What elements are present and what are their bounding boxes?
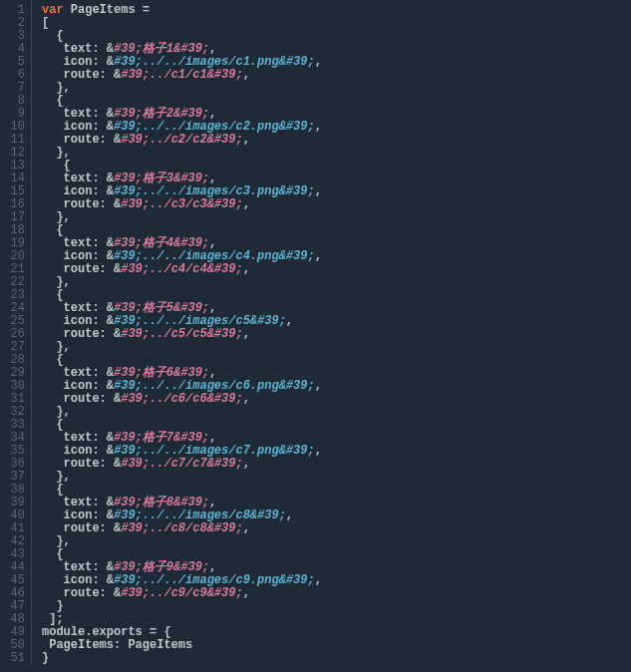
code-token: , xyxy=(209,171,216,185)
code-token: , xyxy=(209,431,216,445)
code-token: route: & xyxy=(42,262,121,276)
code-token: } xyxy=(42,599,64,613)
code-token: #39;../../images/c3.png&#39; xyxy=(114,184,315,198)
code-token: text: & xyxy=(42,431,114,445)
code-token: icon: & xyxy=(42,314,114,328)
code-token: }, xyxy=(42,534,71,548)
code-token: #39;格子6&#39; xyxy=(114,366,209,380)
code-token: , xyxy=(209,301,216,315)
code-editor[interactable]: 1234567891011121314151617181920212223242… xyxy=(0,0,631,665)
code-token: #39;../../images/c7.png&#39; xyxy=(114,444,315,458)
code-token: , xyxy=(243,457,250,471)
code-token: }, xyxy=(42,81,71,95)
code-token: , xyxy=(315,573,322,587)
code-line[interactable]: route: &#39;../c3/c3&#39;, xyxy=(42,198,322,211)
line-number: 51 xyxy=(0,652,25,665)
code-token: #39;../c1/c1&#39; xyxy=(121,68,242,82)
code-line[interactable]: route: &#39;../c7/c7&#39;, xyxy=(42,458,322,471)
code-token: module.exports = { xyxy=(42,625,171,639)
code-token: route: & xyxy=(42,392,121,406)
code-token: , xyxy=(243,262,250,276)
code-line[interactable]: var PageItems = xyxy=(42,4,322,17)
code-token: #39;../c9/c9&#39; xyxy=(121,586,242,600)
code-token: #39;格子9&#39; xyxy=(114,560,209,574)
code-token: }, xyxy=(42,340,71,354)
code-line[interactable]: }, xyxy=(42,341,322,354)
code-line[interactable]: route: &#39;../c5/c5&#39;, xyxy=(42,328,322,341)
code-token: , xyxy=(315,120,322,134)
code-token: }, xyxy=(42,146,71,160)
line-number-gutter: 1234567891011121314151617181920212223242… xyxy=(0,0,32,665)
code-token: #39;../c8/c8&#39; xyxy=(121,521,242,535)
code-content[interactable]: var PageItems =[ { text: &#39;格子1&#39;, … xyxy=(32,0,322,665)
code-token: }, xyxy=(42,405,71,419)
code-line[interactable]: PageItems: PageItems xyxy=(42,639,322,652)
code-token: [ xyxy=(42,16,49,30)
code-token: , xyxy=(243,521,250,535)
code-token: icon: & xyxy=(42,573,114,587)
code-token: }, xyxy=(42,470,71,484)
code-token: route: & xyxy=(42,521,121,535)
code-token: , xyxy=(209,236,216,250)
code-token: text: & xyxy=(42,496,114,509)
code-line[interactable]: } xyxy=(42,600,322,613)
code-token: var xyxy=(42,3,71,17)
code-token: , xyxy=(209,496,216,509)
code-line[interactable]: route: &#39;../c4/c4&#39;, xyxy=(42,263,322,276)
code-token: { xyxy=(42,547,64,561)
code-token: , xyxy=(209,42,216,56)
code-line[interactable]: route: &#39;../c2/c2&#39;, xyxy=(42,134,322,147)
code-line[interactable]: }, xyxy=(42,471,322,484)
code-token: #39;../c4/c4&#39; xyxy=(121,262,242,276)
code-token: #39;../../images/c4.png&#39; xyxy=(114,249,315,263)
code-line[interactable]: }, xyxy=(42,82,322,95)
code-token: } xyxy=(42,651,49,665)
code-token: , xyxy=(243,133,250,147)
code-token: , xyxy=(315,444,322,458)
code-line[interactable]: route: &#39;../c9/c9&#39;, xyxy=(42,587,322,600)
code-token: , xyxy=(286,508,293,522)
code-token: #39;格子1&#39; xyxy=(114,42,209,56)
code-token: icon: & xyxy=(42,444,114,458)
code-token: #39;格子5&#39; xyxy=(114,301,209,315)
code-token: , xyxy=(315,184,322,198)
code-token: #39;../c5/c5&#39; xyxy=(121,327,242,341)
code-line[interactable]: }, xyxy=(42,147,322,160)
code-token: text: & xyxy=(42,171,114,185)
code-token: icon: & xyxy=(42,120,114,134)
code-token: { xyxy=(42,223,64,237)
code-token: PageItems = xyxy=(71,3,150,17)
code-token: , xyxy=(286,314,293,328)
code-token: #39;格子3&#39; xyxy=(114,171,209,185)
code-line[interactable]: route: &#39;../c8/c8&#39;, xyxy=(42,522,322,535)
code-token: , xyxy=(243,586,250,600)
code-line[interactable]: } xyxy=(42,652,322,665)
code-token: { xyxy=(42,483,64,497)
code-token: route: & xyxy=(42,586,121,600)
code-line[interactable]: [ xyxy=(42,17,322,30)
code-token: icon: & xyxy=(42,55,114,69)
code-token: text: & xyxy=(42,366,114,380)
code-line[interactable]: route: &#39;../c6/c6&#39;, xyxy=(42,393,322,406)
code-token: #39;../../images/c9.png&#39; xyxy=(114,573,315,587)
code-token: route: & xyxy=(42,457,121,471)
code-line[interactable]: }, xyxy=(42,276,322,289)
code-token: ]; xyxy=(42,612,64,626)
code-token: , xyxy=(209,560,216,574)
code-token: #39;格子2&#39; xyxy=(114,107,209,121)
code-token: text: & xyxy=(42,236,114,250)
code-token: { xyxy=(42,159,71,172)
code-line[interactable]: }, xyxy=(42,211,322,224)
code-token: , xyxy=(243,327,250,341)
code-token: icon: & xyxy=(42,508,114,522)
code-token: , xyxy=(209,366,216,380)
code-line[interactable]: }, xyxy=(42,535,322,548)
code-token: icon: & xyxy=(42,249,114,263)
code-line[interactable]: route: &#39;../c1/c1&#39;, xyxy=(42,69,322,82)
code-line[interactable]: }, xyxy=(42,406,322,419)
code-token: #39;../c6/c6&#39; xyxy=(121,392,242,406)
code-token: { xyxy=(42,94,64,108)
code-token: , xyxy=(243,68,250,82)
code-token: #39;格子4&#39; xyxy=(114,236,209,250)
code-token: route: & xyxy=(42,68,121,82)
